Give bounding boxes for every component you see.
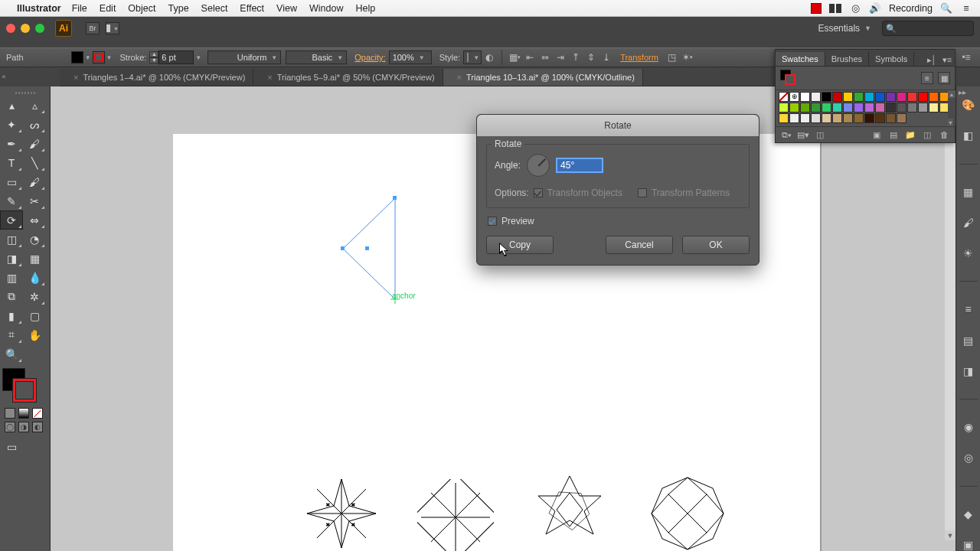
swatch-cell[interactable] [779, 103, 789, 112]
show-kinds-icon[interactable]: ▤▾ [797, 129, 809, 140]
perspective-grid-tool-icon[interactable]: ◨ [0, 249, 23, 268]
swatch-registration[interactable]: ⊕ [789, 92, 799, 102]
align-center-v-icon[interactable]: ⇕ [584, 51, 598, 64]
rotate-tool-icon[interactable]: ⟳ [0, 210, 23, 230]
swatch-cell[interactable] [918, 103, 928, 112]
swatch-cell[interactable] [854, 113, 864, 123]
width-tool-icon[interactable]: ⇔ [23, 210, 46, 230]
list-view-icon[interactable]: ≡ [921, 72, 933, 84]
tab-brushes[interactable]: Brushes [825, 52, 869, 66]
swatch-cell[interactable] [822, 113, 831, 123]
canvas[interactable]: anchor ×× ×× ▲▼ Rotate [51, 86, 956, 551]
swatch-cell[interactable] [864, 103, 874, 112]
swatch-cell[interactable] [907, 103, 917, 112]
workspace-switcher[interactable]: Essentials [818, 23, 860, 34]
menu-view[interactable]: View [276, 3, 297, 14]
shape-builder-tool-icon[interactable]: ◔ [23, 230, 46, 249]
rectangle-tool-icon[interactable]: ▭ [0, 172, 23, 191]
swatch-cell[interactable] [800, 92, 810, 102]
swatch-cell[interactable] [822, 103, 831, 112]
app-name[interactable]: Illustrator [17, 3, 61, 14]
volume-icon[interactable]: 🔊 [869, 2, 881, 15]
swatch-cell[interactable] [789, 113, 799, 123]
stroke-panel-icon[interactable]: ≡ [961, 303, 976, 315]
variable-width-profile[interactable]: Uniform▼ [207, 51, 281, 64]
swatch-cell[interactable] [843, 113, 853, 123]
align-bottom-icon[interactable]: ⤓ [599, 51, 613, 64]
line-segment-tool-icon[interactable]: ╲ [23, 153, 46, 172]
document-tab[interactable]: ×Triangles 5–9.ai* @ 50% (CMYK/Preview) [253, 69, 443, 86]
expand-dock-icon[interactable]: ▸▸ [959, 88, 966, 96]
cancel-button[interactable]: Cancel [606, 236, 673, 254]
swatch-cell[interactable] [811, 113, 821, 123]
close-icon[interactable]: × [267, 73, 272, 82]
swatch-cell[interactable] [929, 103, 939, 112]
color-icon[interactable] [5, 408, 15, 419]
draw-behind-icon[interactable]: ◑ [18, 422, 29, 432]
draw-normal-icon[interactable]: ◯ [5, 422, 15, 432]
screen-mode-icon[interactable]: ▭ [0, 437, 23, 456]
panel-grip[interactable] [0, 90, 50, 96]
dialog-title[interactable]: Rotate [477, 115, 759, 136]
swatch-cell[interactable] [886, 103, 896, 112]
swatch-none[interactable] [779, 92, 789, 102]
swatch-cell[interactable] [779, 113, 789, 123]
swatch-cell[interactable] [811, 103, 821, 112]
fill-stroke-indicator[interactable] [2, 368, 48, 405]
paintbrush-tool-icon[interactable]: 🖌 [23, 172, 46, 191]
transparency-panel-icon[interactable]: ◨ [961, 365, 976, 377]
artboard-tool-icon[interactable]: ▢ [23, 306, 46, 325]
swatch-cell[interactable] [897, 113, 906, 123]
zoom-tool-icon[interactable]: 🔍 [0, 344, 23, 364]
blend-tool-icon[interactable]: ⧉ [0, 287, 23, 306]
document-tab[interactable]: ×Triangles 10–13.ai* @ 100% (CMYK/Outlin… [443, 69, 643, 86]
menu-window[interactable]: Window [309, 3, 343, 14]
slice-tool-icon[interactable]: ⌗ [0, 325, 23, 344]
panel-scrollbar[interactable]: ▲▼ [948, 90, 956, 126]
arrange-documents-icon[interactable]: ▼ [106, 22, 119, 34]
control-bar-menu-icon[interactable]: •≡ [959, 51, 973, 64]
menu-edit[interactable]: Edit [100, 3, 116, 14]
swatch-cell[interactable] [789, 103, 799, 112]
lasso-tool-icon[interactable]: ᔕ [23, 115, 46, 134]
vertical-scrollbar[interactable]: ▲▼ [945, 86, 956, 540]
color-panel-icon[interactable]: 🎨 [961, 99, 976, 111]
align-center-h-icon[interactable]: ⇔ [538, 51, 552, 64]
spotlight-icon[interactable]: 🔍 [940, 2, 952, 15]
angle-dial[interactable] [527, 154, 550, 177]
transform-link[interactable]: Transform [620, 53, 658, 62]
symbols-panel-icon[interactable]: ☀ [961, 247, 976, 259]
delete-icon[interactable]: 🗑 [938, 129, 950, 140]
brush-definition[interactable]: Basic▼ [286, 51, 347, 64]
none-icon[interactable] [32, 408, 43, 419]
swatch-cell[interactable] [886, 92, 896, 102]
folder-icon[interactable]: 📁 [904, 129, 916, 140]
menu-object[interactable]: Object [128, 3, 155, 14]
chevron-down-icon[interactable]: ▼ [864, 24, 871, 32]
bridge-icon[interactable]: Br [86, 22, 100, 34]
eraser-tool-icon[interactable]: ✂ [23, 191, 46, 210]
align-left-icon[interactable]: ⇤ [523, 51, 537, 64]
adobe-cloud-icon[interactable] [829, 2, 841, 15]
blob-brush-tool-icon[interactable]: 🖌 [23, 134, 46, 153]
pen-tool-icon[interactable]: ✒ [0, 134, 23, 153]
swatch-cell[interactable] [864, 92, 874, 102]
close-icon[interactable]: × [74, 73, 78, 82]
swatch-options-icon[interactable]: ◫ [814, 129, 826, 140]
new-swatch-icon[interactable]: ▤ [887, 129, 900, 140]
recolor-icon[interactable]: ◐ [482, 51, 496, 64]
opacity-label[interactable]: Opacity: [354, 53, 385, 62]
eyedropper-tool-icon[interactable]: 💧 [23, 268, 46, 287]
layers-panel-icon[interactable]: ◆ [961, 507, 976, 520]
appearance-panel-icon[interactable]: ◉ [961, 421, 976, 433]
close-icon[interactable]: × [457, 73, 462, 82]
symbol-sprayer-tool-icon[interactable]: ✲ [23, 287, 46, 306]
align-top-icon[interactable]: ⤒ [569, 51, 583, 64]
graphic-style[interactable]: ▼ [463, 51, 482, 64]
column-graph-tool-icon[interactable]: ▮ [0, 306, 23, 325]
gradient-tool-icon[interactable]: ▥ [0, 268, 23, 287]
search-input[interactable]: 🔍 [882, 21, 974, 36]
swatch-libraries-icon[interactable]: ⧉▾ [780, 129, 792, 140]
magic-wand-tool-icon[interactable]: ✦ [0, 115, 23, 134]
type-tool-icon[interactable]: T [0, 153, 23, 172]
